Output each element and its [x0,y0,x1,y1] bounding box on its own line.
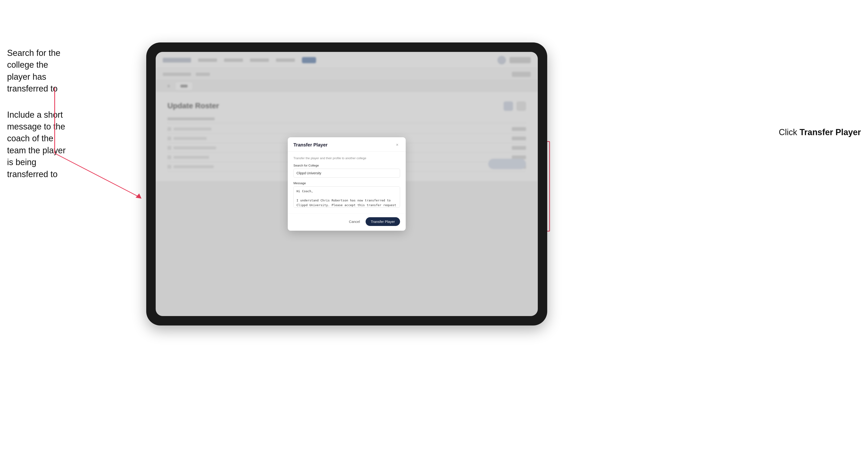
message-label: Message [293,181,400,185]
tablet-screen: Update Roster [156,52,538,316]
transfer-player-modal: Transfer Player × Transfer the player an… [288,137,406,231]
search-college-label: Search for College [293,164,400,167]
svg-marker-2 [135,193,142,198]
search-college-input[interactable] [293,168,400,178]
tablet-device: Update Roster [146,42,547,325]
annotation-search-text: Search for the college the player has tr… [7,47,73,95]
modal-body: Transfer the player and their profile to… [288,152,406,213]
modal-description: Transfer the player and their profile to… [293,156,400,160]
modal-footer: Cancel Transfer Player [288,213,406,231]
annotation-click-text: Click [779,127,800,137]
modal-title: Transfer Player [293,142,328,148]
modal-close-button[interactable]: × [394,142,400,148]
modal-overlay: Transfer Player × Transfer the player an… [156,52,538,316]
annotation-transfer-bold: Transfer Player [800,127,861,137]
modal-header: Transfer Player × [288,137,406,152]
annotation-message-text: Include a short message to the coach of … [7,109,73,180]
message-textarea[interactable]: Hi Coach, I understand Chris Robertson h… [293,186,400,208]
cancel-button[interactable]: Cancel [346,218,363,225]
annotation-left-container: Search for the college the player has tr… [7,47,73,194]
annotation-right-container: Click Transfer Player [779,127,861,137]
transfer-player-button[interactable]: Transfer Player [366,217,400,226]
left-bracket-line [54,87,55,153]
